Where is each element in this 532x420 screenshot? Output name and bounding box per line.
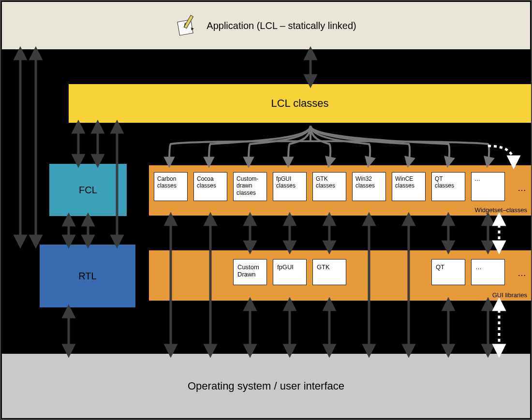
widgetset-box-cocoa: Cocoa classes: [193, 172, 227, 201]
gui-libraries-layer: Custom Drawn fpGUI GTK QT … … GUI librar…: [149, 250, 531, 301]
widgetset-box-more: …: [471, 172, 505, 201]
widgetset-box-fpgui: fpGUI classes: [273, 172, 307, 201]
widgetset-box-wince: WinCE classes: [392, 172, 426, 201]
gui-box-gtk: GTK: [312, 259, 346, 285]
widgetset-box-carbon: Carbon classes: [154, 172, 188, 201]
fcl-box: FCL: [49, 164, 127, 216]
lcl-label: LCL classes: [271, 97, 328, 110]
widgetset-box-customdrawn: Custom-drawn classes: [233, 172, 267, 201]
gui-box-qt: QT: [431, 259, 465, 285]
widgetset-box-qt: QT classes: [431, 172, 465, 201]
rtl-box: RTL: [40, 245, 135, 307]
widgetset-classes-layer: Carbon classes Cocoa classes Custom-draw…: [149, 165, 531, 216]
application-pencil-icon: [176, 14, 199, 37]
application-layer: Application (LCL – statically linked): [2, 2, 530, 49]
diagram-canvas: Application (LCL – statically linked) LC…: [0, 0, 532, 420]
widgetset-box-gtk: GTK classes: [312, 172, 346, 201]
os-label: Operating system / user interface: [188, 380, 344, 392]
lcl-classes-layer: LCL classes: [69, 84, 531, 123]
widgetset-box-win32: Win32 classes: [352, 172, 386, 201]
widgetset-layer-label: Widgetset–classes: [475, 206, 527, 214]
gui-box-more: …: [471, 259, 505, 285]
application-label: Application (LCL – statically linked): [207, 20, 356, 31]
gui-layer-label: GUI libraries: [492, 291, 527, 299]
rtl-label: RTL: [78, 271, 96, 282]
fcl-label: FCL: [79, 185, 97, 196]
widgetset-ellipsis: …: [517, 183, 527, 193]
gui-box-fpgui: fpGUI: [273, 259, 307, 285]
gui-ellipsis: …: [517, 268, 527, 278]
gui-box-customdrawn: Custom Drawn: [233, 259, 267, 285]
os-layer: Operating system / user interface: [2, 354, 530, 418]
